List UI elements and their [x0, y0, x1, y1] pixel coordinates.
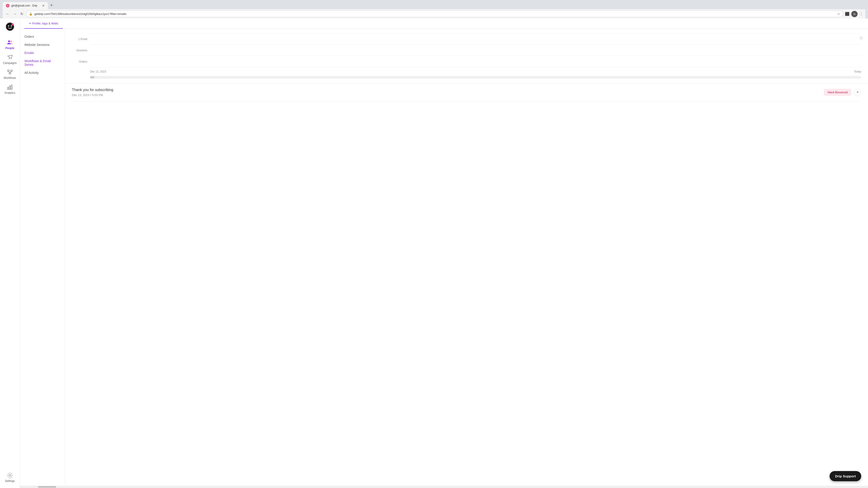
- svg-point-4: [8, 40, 10, 42]
- svg-rect-11: [7, 87, 8, 90]
- sidebar-item-campaigns[interactable]: Campaigns: [1, 53, 19, 66]
- activity-section: Thank you for subscribing Dec 13, 2023 •…: [65, 84, 868, 101]
- sub-nav-workflows-email-series[interactable]: Workflows & Email Series: [20, 57, 65, 69]
- email-actions: Hard Bounced +: [824, 89, 861, 96]
- y-label-sessions: Sessions: [72, 49, 90, 52]
- x-label-start: Dec 12, 2023: [90, 70, 106, 73]
- drip-support-button[interactable]: Drip Support: [830, 471, 861, 481]
- chart-grid-line-0: [90, 33, 861, 34]
- sidebar-campaigns-label: Campaigns: [3, 61, 17, 65]
- sidebar: People Campaigns: [0, 19, 20, 488]
- svg-rect-12: [9, 86, 10, 90]
- svg-rect-13: [11, 85, 12, 90]
- analytics-icon: [7, 84, 13, 90]
- chart-scrollbar[interactable]: [90, 76, 861, 78]
- tab-favicon: D: [6, 4, 9, 7]
- sub-nav-website-sessions[interactable]: Website Sessions: [20, 41, 65, 49]
- svg-point-14: [9, 475, 11, 476]
- sidebar-bottom: Settings: [1, 470, 19, 484]
- url-text: getdrip.com/7641396/subscribers/xi2otg02…: [34, 12, 835, 15]
- profile-button[interactable]: In: [851, 11, 858, 17]
- y-label-email: 1 Email: [72, 37, 90, 41]
- sub-nav: Orders Website Sessions Emails Workflows…: [20, 29, 65, 486]
- chart-container: 1 Email Sessions Orders: [72, 33, 861, 74]
- menu-icon[interactable]: ⋮: [860, 12, 863, 16]
- sidebar-workflows-label: Workflows: [4, 76, 16, 79]
- svg-point-5: [10, 41, 12, 42]
- settings-icon: [7, 472, 13, 479]
- chart-scrollbar-thumb: [90, 76, 94, 78]
- app-container: People Campaigns: [0, 19, 868, 488]
- people-icon: [7, 39, 13, 46]
- chart-y-labels: 1 Email Sessions Orders: [72, 33, 90, 67]
- sidebar-analytics-label: Analytics: [4, 91, 15, 94]
- tab-title: girl@gmail.com · Drip: [11, 4, 40, 7]
- sidebar-people-label: People: [5, 46, 14, 50]
- chart-area: 1 Email Sessions Orders: [65, 29, 868, 84]
- svg-line-10: [10, 71, 11, 73]
- email-subject: Thank you for subscribing: [72, 88, 820, 92]
- reload-button[interactable]: ↻: [20, 11, 24, 17]
- chart-grid-line-3: [90, 67, 861, 67]
- bookmark-icon[interactable]: ☆: [837, 12, 840, 16]
- content-area: Orders Website Sessions Emails Workflows…: [20, 29, 868, 486]
- tab-close-button[interactable]: ✕: [42, 4, 45, 7]
- chart-data-dot: [860, 37, 863, 39]
- forward-button[interactable]: →: [12, 11, 18, 17]
- svg-point-1: [8, 26, 9, 27]
- lock-icon: 🔒: [29, 12, 33, 15]
- sidebar-item-settings[interactable]: Settings: [1, 470, 19, 484]
- address-bar[interactable]: 🔒 getdrip.com/7641396/subscribers/xi2otg…: [26, 11, 843, 17]
- extensions-icon[interactable]: ⬛: [845, 12, 849, 16]
- sub-nav-orders[interactable]: Orders: [20, 33, 65, 41]
- sidebar-item-people[interactable]: People: [1, 37, 19, 52]
- sidebar-settings-label: Settings: [5, 480, 15, 483]
- tab-profile-tags-fields[interactable]: ✏ Profile, tags & fields: [24, 19, 63, 29]
- email-date: Dec 13, 2023 • 5:03 PM: [72, 93, 820, 97]
- sidebar-item-workflows[interactable]: Workflows: [1, 67, 19, 81]
- y-label-orders: Orders: [72, 60, 90, 63]
- x-label-end: Today: [854, 70, 861, 73]
- email-info: Thank you for subscribing Dec 13, 2023 •…: [72, 88, 820, 97]
- horizontal-scrollbar[interactable]: [20, 486, 868, 488]
- chart-grid-line-1: [90, 44, 861, 45]
- h-scrollbar-thumb: [38, 486, 56, 488]
- back-button[interactable]: ←: [5, 11, 10, 17]
- workflows-icon: [7, 69, 13, 75]
- browser-chrome: D girl@gmail.com · Drip ✕ + ← → ↻ 🔒 getd…: [0, 0, 868, 19]
- chart-x-labels: Dec 12, 2023 Today: [90, 69, 861, 74]
- profile-tabbar: ✏ Profile, tags & fields: [20, 19, 868, 29]
- main-content: ✏ Profile, tags & fields Orders Website …: [20, 19, 868, 488]
- svg-rect-6: [7, 70, 9, 71]
- add-action-button[interactable]: +: [854, 89, 861, 96]
- sidebar-item-analytics[interactable]: Analytics: [1, 82, 19, 96]
- svg-point-2: [11, 26, 12, 27]
- main-panel: 1 Email Sessions Orders: [65, 29, 868, 486]
- svg-point-3: [11, 23, 14, 26]
- sub-nav-all-activity[interactable]: All Activity: [20, 69, 65, 77]
- svg-rect-7: [11, 70, 12, 71]
- svg-line-9: [8, 71, 10, 73]
- logo-icon: [5, 22, 14, 33]
- svg-rect-8: [9, 73, 11, 74]
- browser-toolbar: ← → ↻ 🔒 getdrip.com/7641396/subscribers/…: [3, 9, 865, 19]
- new-tab-button[interactable]: +: [49, 2, 55, 9]
- chart-grid-line-2: [90, 56, 861, 56]
- drip-logo: [4, 22, 16, 33]
- active-tab[interactable]: D girl@gmail.com · Drip ✕: [3, 2, 48, 9]
- chart-body: [90, 33, 861, 67]
- email-list-item: Thank you for subscribing Dec 13, 2023 •…: [72, 84, 861, 101]
- campaigns-icon: [7, 54, 13, 61]
- sub-nav-emails[interactable]: Emails: [20, 49, 65, 57]
- hard-bounced-badge: Hard Bounced: [824, 89, 851, 96]
